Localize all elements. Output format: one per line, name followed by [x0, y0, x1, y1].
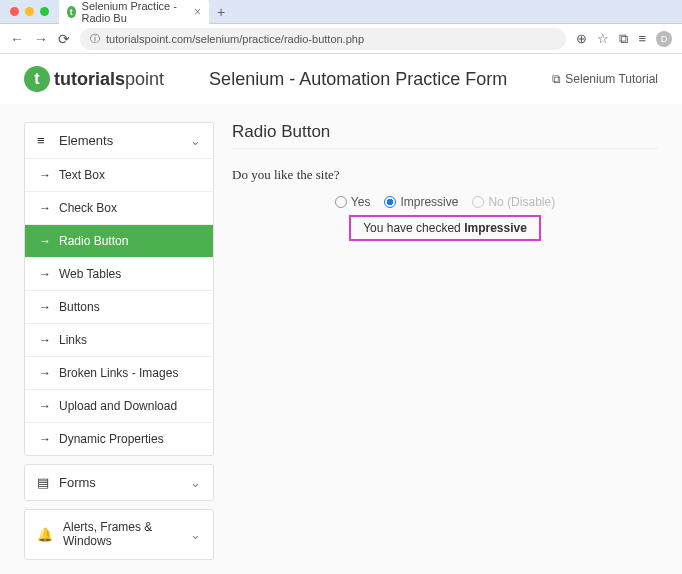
radio-icon: [384, 196, 396, 208]
zoom-icon[interactable]: ⊕: [576, 31, 587, 46]
reload-icon[interactable]: ⟳: [58, 31, 70, 47]
sidebar-item-buttons[interactable]: →Buttons: [25, 290, 213, 323]
close-window-icon[interactable]: [10, 7, 19, 16]
browser-toolbar: ← → ⟳ ⓘ tutorialspoint.com/selenium/prac…: [0, 24, 682, 54]
logo[interactable]: t tutorialspoint: [24, 66, 164, 92]
sidebar: Elements ⌄ →Text Box→Check Box→Radio But…: [24, 122, 214, 568]
bell-icon: 🔔: [37, 527, 53, 542]
radio-option-yes[interactable]: Yes: [335, 195, 371, 209]
arrow-right-icon: →: [39, 168, 51, 182]
page-header: t tutorialspoint Selenium - Automation P…: [0, 54, 682, 104]
browser-tab-strip: t Selenium Practice - Radio Bu × +: [0, 0, 682, 24]
sidebar-item-radio-button[interactable]: →Radio Button: [25, 224, 213, 257]
sidebar-item-check-box[interactable]: →Check Box: [25, 191, 213, 224]
sidebar-item-upload-and-download[interactable]: →Upload and Download: [25, 389, 213, 422]
reading-list-icon[interactable]: ≡: [638, 31, 646, 46]
sidebar-item-text-box[interactable]: →Text Box: [25, 158, 213, 191]
tutorial-link[interactable]: ⧉ Selenium Tutorial: [552, 72, 658, 86]
sidebar-group-alerts: 🔔 Alerts, Frames & Windows ⌄: [24, 509, 214, 560]
favicon-icon: t: [67, 6, 76, 18]
arrow-right-icon: →: [39, 333, 51, 347]
radio-option-no-disable-: No (Disable): [472, 195, 555, 209]
content-title: Radio Button: [232, 122, 658, 149]
arrow-right-icon: →: [39, 399, 51, 413]
close-tab-icon[interactable]: ×: [194, 5, 201, 19]
radio-option-impressive[interactable]: Impressive: [384, 195, 458, 209]
chevron-down-icon: ⌄: [190, 527, 201, 542]
tab-title: Selenium Practice - Radio Bu: [82, 0, 184, 24]
site-info-icon[interactable]: ⓘ: [90, 32, 100, 46]
sidebar-item-broken-links-images[interactable]: →Broken Links - Images: [25, 356, 213, 389]
minimize-window-icon[interactable]: [25, 7, 34, 16]
sidebar-item-web-tables[interactable]: →Web Tables: [25, 257, 213, 290]
profile-avatar[interactable]: D: [656, 31, 672, 47]
browser-tab[interactable]: t Selenium Practice - Radio Bu ×: [59, 0, 209, 27]
forward-icon[interactable]: →: [34, 31, 48, 47]
sidebar-group-elements: Elements ⌄ →Text Box→Check Box→Radio But…: [24, 122, 214, 456]
sidebar-item-dynamic-properties[interactable]: →Dynamic Properties: [25, 422, 213, 455]
chevron-down-icon: ⌄: [190, 475, 201, 490]
question-text: Do you like the site?: [232, 167, 658, 183]
sidebar-header-elements[interactable]: Elements ⌄: [25, 123, 213, 158]
radio-group: YesImpressiveNo (Disable): [232, 195, 658, 209]
sidebar-item-links[interactable]: →Links: [25, 323, 213, 356]
page-title: Selenium - Automation Practice Form: [164, 69, 552, 90]
logo-icon: t: [24, 66, 50, 92]
arrow-right-icon: →: [39, 234, 51, 248]
radio-icon: [335, 196, 347, 208]
menu-icon: [37, 133, 49, 148]
back-icon[interactable]: ←: [10, 31, 24, 47]
main-content: Radio Button Do you like the site? YesIm…: [232, 122, 658, 568]
external-link-icon: ⧉: [552, 72, 561, 86]
logo-text: tutorialspoint: [54, 69, 164, 90]
extensions-icon[interactable]: ⧉: [619, 31, 628, 47]
arrow-right-icon: →: [39, 201, 51, 215]
new-tab-button[interactable]: +: [217, 4, 225, 20]
arrow-right-icon: →: [39, 300, 51, 314]
sidebar-group-forms: ▤ Forms ⌄: [24, 464, 214, 501]
address-bar[interactable]: ⓘ tutorialspoint.com/selenium/practice/r…: [80, 28, 566, 50]
maximize-window-icon[interactable]: [40, 7, 49, 16]
arrow-right-icon: →: [39, 366, 51, 380]
sidebar-header-alerts[interactable]: 🔔 Alerts, Frames & Windows ⌄: [25, 510, 213, 559]
bookmark-icon[interactable]: ☆: [597, 31, 609, 46]
arrow-right-icon: →: [39, 267, 51, 281]
sidebar-header-forms[interactable]: ▤ Forms ⌄: [25, 465, 213, 500]
form-icon: ▤: [37, 475, 49, 490]
chevron-down-icon: ⌄: [190, 133, 201, 148]
radio-icon: [472, 196, 484, 208]
result-message: You have checked Impressive: [349, 215, 541, 241]
window-controls: [10, 7, 49, 16]
url-text: tutorialspoint.com/selenium/practice/rad…: [106, 33, 364, 45]
arrow-right-icon: →: [39, 432, 51, 446]
